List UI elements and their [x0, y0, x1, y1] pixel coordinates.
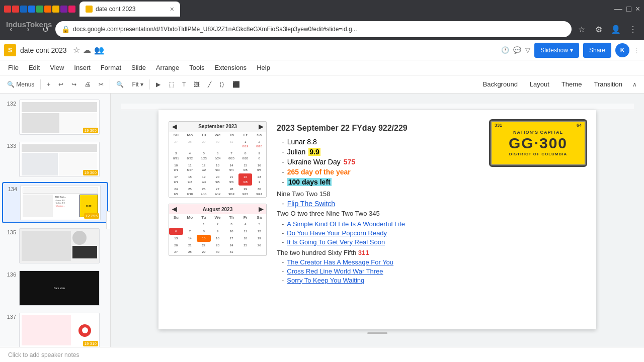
menu-file[interactable]: File — [4, 62, 23, 73]
shape-btn[interactable]: ⬚ — [166, 79, 177, 90]
address-bar[interactable]: 🔒 docs.google.com/presentation/d/1VbdoTl… — [55, 21, 572, 37]
sep-day-mo: Mo — [183, 132, 197, 138]
aug-next-btn[interactable]: ▶ — [259, 206, 263, 213]
slide-num-134: 134 — [5, 186, 17, 192]
refresh-button[interactable]: ↺ — [38, 22, 52, 36]
close-btn[interactable]: × — [635, 5, 640, 14]
link-simple-life[interactable]: A Simple Kind Of Life Is A Wonderful Lif… — [287, 220, 405, 228]
title-bar: date cont 2023 × — □ × — [0, 0, 644, 18]
aug-prev-btn[interactable]: ◀ — [172, 206, 177, 213]
slide-preview-135 — [20, 229, 99, 263]
slides-panel: 132 19 305 133 19 300 — [0, 94, 111, 347]
menu-view[interactable]: View — [46, 62, 68, 73]
notes-placeholder[interactable]: Click to add speaker notes — [8, 351, 79, 358]
present-options-btn[interactable]: ▽ — [525, 46, 530, 54]
insert-btn[interactable]: + — [44, 79, 53, 90]
more-options-btn[interactable]: ⋮ — [633, 46, 640, 54]
people-btn[interactable]: 👥 — [94, 45, 104, 55]
sep-d-28: 289/13 — [224, 186, 238, 198]
text-265th-prefix: The two hundred Sixty Fifth — [277, 249, 358, 256]
panel-collapse-btn[interactable]: ‹ — [106, 211, 111, 229]
fit-btn[interactable]: Fit ▾ — [129, 79, 146, 90]
user-avatar[interactable]: K — [615, 43, 629, 57]
link-creator[interactable]: The Creator Has A Message For You — [287, 258, 393, 266]
slide-indicator — [364, 329, 390, 337]
notes-bar[interactable]: Click to add speaker notes — [0, 347, 644, 362]
aug-day-th: Th — [224, 214, 238, 221]
comment-btn[interactable]: 💬 — [513, 46, 521, 54]
aug-d-21: 21 — [183, 242, 197, 249]
link-popcorn[interactable]: Do You Have Your Popcorn Ready — [287, 229, 387, 237]
menu-edit[interactable]: Edit — [25, 62, 44, 73]
layout-btn[interactable]: Layout — [525, 78, 554, 90]
more-btn[interactable]: ⬛ — [229, 79, 243, 90]
cloud-btn[interactable]: ☁ — [83, 45, 91, 55]
flip-switch-link[interactable]: Flip The Switch — [287, 200, 335, 208]
text-btn[interactable]: T — [179, 79, 189, 90]
bookmark-btn[interactable]: ☆ — [575, 22, 589, 36]
forward-button[interactable]: › — [21, 22, 35, 36]
select-btn[interactable]: ▶ — [153, 79, 164, 90]
back-button[interactable]: ‹ — [4, 22, 18, 36]
paint-btn[interactable]: ✂ — [96, 79, 107, 90]
aug-d-2: 2 — [211, 221, 225, 228]
history-btn[interactable]: 🕐 — [501, 46, 509, 54]
share-button[interactable]: Share — [583, 43, 611, 58]
slide-item-133[interactable]: 133 19 300 — [2, 140, 108, 179]
search-btn[interactable]: 🔍 Menus — [4, 79, 37, 90]
print-btn[interactable]: 🖨 — [82, 79, 94, 90]
background-btn[interactable]: Background — [477, 78, 522, 90]
slide-canvas[interactable]: ◀ September 2023 ▶ Su Mo Tu We Th Fr — [158, 110, 596, 329]
menu-arrange[interactable]: Arrange — [152, 62, 183, 73]
sep-day-fr: Fr — [238, 132, 253, 138]
icon4-favicon — [28, 6, 35, 13]
dash-ukraine: - — [282, 158, 284, 166]
app-bar: S date cont 2023 ☆ ☁ 👥 🕐 💬 ▽ Slideshow ▾… — [0, 40, 644, 60]
lock-icon: 🔒 — [61, 25, 70, 33]
aug-d-31: 31 — [224, 248, 238, 255]
menu-format[interactable]: Format — [97, 62, 125, 73]
aug-d-4: 4 — [238, 221, 253, 228]
hide-toolbar-btn[interactable]: ∧ — [629, 78, 640, 90]
undo-btn[interactable]: ↩ — [55, 79, 66, 90]
aug-d-prev — [169, 221, 183, 228]
menu-tools[interactable]: Tools — [185, 62, 208, 73]
menu-slide[interactable]: Slide — [127, 62, 150, 73]
aug-d-5: 5 — [252, 221, 266, 228]
slideshow-button[interactable]: Slideshow ▾ — [534, 43, 579, 58]
zoom-btn[interactable]: 🔍 — [113, 79, 127, 90]
sep-d-10: 109/1 — [169, 162, 183, 174]
maximize-btn[interactable]: □ — [626, 5, 631, 14]
menu-extensions[interactable]: Extensions — [211, 62, 251, 73]
menu-help[interactable]: Help — [253, 62, 274, 73]
slide-item-132[interactable]: 132 19 305 — [2, 98, 108, 137]
redo-btn[interactable]: ↪ — [68, 79, 79, 90]
active-tab[interactable]: date cont 2023 × — [79, 2, 180, 17]
minimize-btn[interactable]: — — [614, 5, 622, 14]
slide-item-135[interactable]: 135 — [2, 226, 108, 265]
dash-julian: - — [282, 148, 284, 156]
slide-item-137[interactable]: 137 19 310 — [2, 311, 108, 347]
line-btn[interactable]: ╱ — [205, 79, 214, 90]
sep-d-23: 231 — [252, 173, 266, 186]
sep-d-14: 149/4 — [224, 162, 238, 174]
sep-prev-btn[interactable]: ◀ — [172, 123, 177, 130]
tab-close-btn[interactable]: × — [170, 5, 174, 13]
link-real-soon[interactable]: It Is Going To Get Very Real Soon — [287, 238, 385, 246]
sep-next-btn[interactable]: ▶ — [259, 123, 263, 130]
slide-item-134[interactable]: 134 12 295 2023 Sept... • Lunar 8.8• Jul… — [2, 182, 108, 223]
theme-btn[interactable]: Theme — [556, 78, 587, 90]
profile-btn[interactable]: 👤 — [609, 22, 623, 36]
code-btn[interactable]: ⟨⟩ — [216, 79, 227, 90]
link-waiting[interactable]: Sorry To Keep You Waiting — [287, 277, 364, 284]
menu-btn[interactable]: ⋮ — [626, 22, 640, 36]
transition-btn[interactable]: Transition — [589, 78, 627, 90]
menu-insert[interactable]: Insert — [70, 62, 95, 73]
text-265th: The two hundred Sixty Fifth 311 — [277, 249, 581, 256]
image-btn[interactable]: 🖼 — [191, 79, 203, 90]
link-world-war[interactable]: Cross Red Line World War Three — [287, 267, 383, 275]
star-btn[interactable]: ☆ — [73, 45, 80, 55]
link2-item3: - Sorry To Keep You Waiting — [282, 277, 581, 284]
extensions-btn[interactable]: ⚙ — [592, 22, 606, 36]
slide-item-136[interactable]: 136 Dark slide — [2, 268, 108, 308]
